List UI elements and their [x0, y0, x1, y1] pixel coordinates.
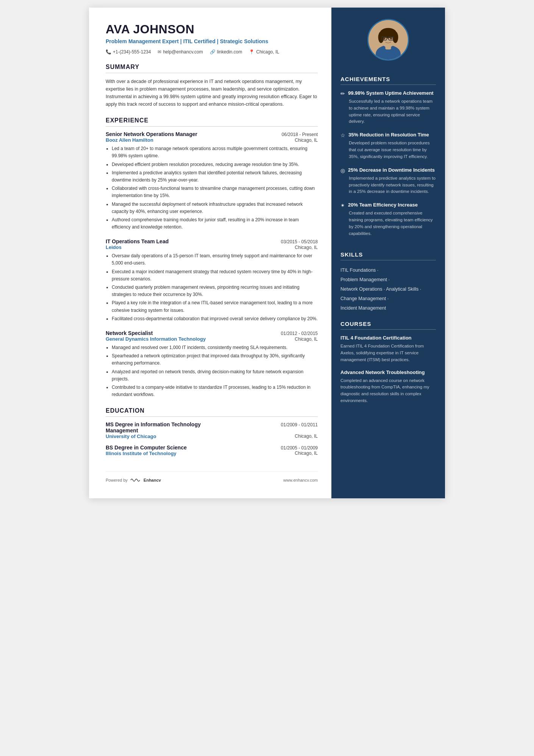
edu-item-2: BS Degree in Computer Science 01/2005 - … — [106, 445, 318, 456]
achievement-title-2: 35% Reduction in Resolution Time — [348, 132, 429, 138]
job-title-3: Network Specialist — [106, 330, 153, 336]
job-header-1: Senior Network Operations Manager 06/201… — [106, 131, 318, 137]
email-icon: ✉ — [158, 49, 161, 55]
email-item: ✉ help@enhancv.com — [158, 49, 203, 55]
edu-school-row-2: Illinois Institute of Technology Chicago… — [106, 451, 318, 456]
course-2: Advanced Network Troubleshooting Complet… — [340, 369, 436, 404]
bullet: Conducted quarterly problem management r… — [112, 284, 318, 298]
edu-school-row-1: University of Chicago Chicago, IL — [106, 434, 318, 439]
summary-divider — [106, 73, 318, 73]
svg-point-10 — [383, 37, 386, 39]
job-date-3: 01/2012 - 02/2015 — [281, 331, 318, 336]
edu-date-1: 01/2009 - 01/2011 — [281, 422, 318, 427]
course-title-1: ITIL 4 Foundation Certification — [340, 335, 436, 341]
achievement-3: ◎ 25% Decrease in Downtime Incidents Imp… — [340, 167, 436, 195]
course-desc-1: Earned ITIL 4 Foundation Certification f… — [340, 343, 436, 363]
candidate-subtitle: Problem Management Expert | ITIL Certifi… — [106, 38, 318, 45]
job-bullets-3: Managed and resolved over 1,000 IT incid… — [106, 344, 318, 398]
bullet: Authored comprehensive training modules … — [112, 216, 318, 231]
edu-item-1: MS Degree in Information Technology Mana… — [106, 421, 318, 439]
edu-location-1: Chicago, IL — [295, 434, 318, 439]
achievement-desc-3: Implemented a predictive analytics syste… — [349, 175, 436, 195]
job-location-3: Chicago, IL — [295, 337, 318, 342]
edu-degree-2: BS Degree in Computer Science — [106, 445, 187, 451]
course-1: ITIL 4 Foundation Certification Earned I… — [340, 335, 436, 363]
edu-header-1: MS Degree in Information Technology Mana… — [106, 421, 318, 434]
email-text: help@enhancv.com — [163, 49, 203, 55]
bullet: Oversaw daily operations of a 15-person … — [112, 252, 318, 267]
linkedin-text: linkedin.com — [217, 49, 242, 55]
summary-text: With over a decade of professional exper… — [106, 78, 318, 108]
education-section-title: EDUCATION — [106, 407, 318, 414]
bullet: Developed efficient problem resolution p… — [112, 161, 318, 168]
achievements-title: ACHIEVEMENTS — [340, 76, 436, 82]
right-column: ACHIEVEMENTS ✏ 99.98% System Uptime Achi… — [331, 8, 445, 498]
job-header-3: Network Specialist 01/2012 - 02/2015 — [106, 330, 318, 336]
bullet: Managed the successful deployment of net… — [112, 201, 318, 215]
footer: Powered by Enhancv www.enhancv.com — [106, 471, 318, 483]
edu-date-2: 01/2005 - 01/2009 — [281, 445, 318, 451]
phone-icon: 📞 — [106, 49, 111, 55]
svg-point-5 — [378, 31, 384, 43]
contact-row: 📞 +1-(234)-555-1234 ✉ help@enhancv.com 🔗… — [106, 49, 318, 55]
svg-point-11 — [390, 37, 392, 39]
avatar-svg — [368, 19, 408, 61]
edu-school-2: Illinois Institute of Technology — [106, 451, 176, 456]
job-header-2: IT Operations Team Lead 03/2015 - 05/201… — [106, 238, 318, 244]
footer-website: www.enhancv.com — [283, 478, 318, 482]
job-company-row-1: Booz Allen Hamilton Chicago, IL — [106, 137, 318, 143]
footer-logo: Powered by Enhancv — [106, 477, 161, 483]
edu-location-2: Chicago, IL — [295, 451, 318, 456]
achievement-desc-1: Successfully led a network operations te… — [349, 98, 436, 125]
job-location-2: Chicago, IL — [295, 245, 318, 250]
bullet: Collaborated with cross-functional teams… — [112, 185, 318, 199]
courses-section: COURSES ITIL 4 Foundation Certification … — [331, 313, 445, 410]
education-divider — [106, 416, 318, 417]
phone-item: 📞 +1-(234)-555-1234 — [106, 49, 151, 55]
achievement-icon-2: ☆ — [340, 132, 345, 138]
bullet: Analyzed and reported on network trends,… — [112, 368, 318, 383]
job-company-2: Leidos — [106, 244, 122, 250]
achievement-header-4: ✴ 20% Team Efficiency Increase — [340, 202, 436, 208]
skill-item: Incident Management — [340, 304, 436, 313]
name-section: AVA JOHNSON Problem Management Expert | … — [106, 23, 318, 55]
skill-item: Change Management · — [340, 294, 436, 304]
skills-section: SKILLS ITIL Foundations · Problem Manage… — [331, 244, 445, 313]
job-bullets-2: Oversaw daily operations of a 15-person … — [106, 252, 318, 322]
edu-degree-1: MS Degree in Information Technology Mana… — [106, 421, 222, 434]
bullet: Spearheaded a network optimization proje… — [112, 352, 318, 367]
achievements-section: ACHIEVEMENTS ✏ 99.98% System Uptime Achi… — [331, 68, 445, 244]
bullet: Facilitated cross-departmental collabora… — [112, 315, 318, 322]
experience-divider — [106, 126, 318, 127]
job-company-row-3: General Dynamics Information Technology … — [106, 336, 318, 342]
experience-section-title: EXPERIENCE — [106, 117, 318, 124]
job-date-2: 03/2015 - 05/2018 — [281, 239, 318, 244]
job-company-3: General Dynamics Information Technology — [106, 336, 206, 342]
edu-header-2: BS Degree in Computer Science 01/2005 - … — [106, 445, 318, 451]
achievement-1: ✏ 99.98% System Uptime Achievement Succe… — [340, 90, 436, 125]
job-company-row-2: Leidos Chicago, IL — [106, 244, 318, 250]
achievement-icon-1: ✏ — [340, 91, 345, 97]
bullet: Contributed to a company-wide initiative… — [112, 384, 318, 398]
achievement-desc-4: Created and executed comprehensive train… — [349, 210, 436, 237]
skill-item: Network Operations · Analytical Skills · — [340, 285, 436, 294]
linkedin-icon: 🔗 — [210, 49, 215, 55]
skill-item: Problem Management · — [340, 275, 436, 285]
edu-school-1: University of Chicago — [106, 434, 156, 439]
job-bullets-1: Led a team of 20+ to manage network oper… — [106, 145, 318, 231]
location-icon: 📍 — [249, 49, 255, 55]
skills-list: ITIL Foundations · Problem Management · … — [340, 266, 436, 313]
job-item-2: IT Operations Team Lead 03/2015 - 05/201… — [106, 238, 318, 322]
job-date-1: 06/2018 - Present — [282, 132, 318, 137]
achievement-icon-4: ✴ — [340, 202, 345, 208]
course-title-2: Advanced Network Troubleshooting — [340, 369, 436, 376]
achievement-desc-2: Developed problem resolution procedures … — [349, 140, 436, 160]
job-item-3: Network Specialist 01/2012 - 02/2015 Gen… — [106, 330, 318, 398]
location-text: Chicago, IL — [256, 49, 279, 55]
resume-wrapper: AVA JOHNSON Problem Management Expert | … — [89, 8, 445, 498]
achievements-divider — [340, 85, 436, 85]
achievement-2: ☆ 35% Reduction in Resolution Time Devel… — [340, 132, 436, 160]
achievement-4: ✴ 20% Team Efficiency Increase Created a… — [340, 202, 436, 237]
achievement-title-1: 99.98% System Uptime Achievement — [348, 90, 434, 97]
achievement-title-4: 20% Team Efficiency Increase — [348, 202, 418, 208]
